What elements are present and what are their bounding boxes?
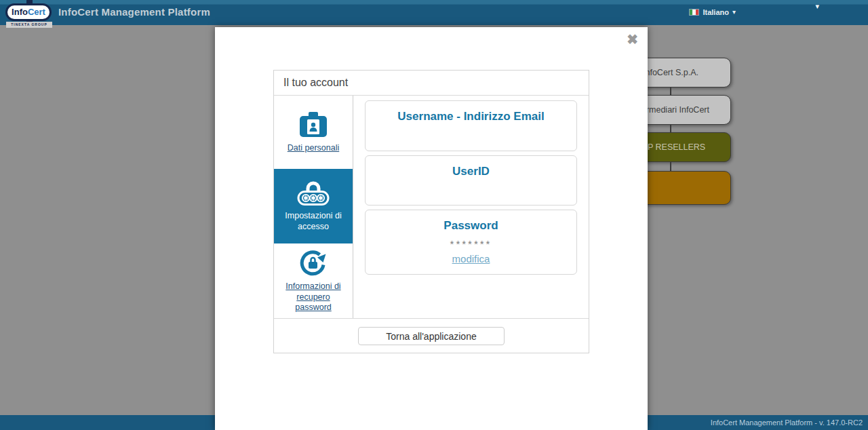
language-label: Italiano	[703, 8, 729, 16]
infocert-logo: InfoCert TINEXTA GROUP	[5, 0, 53, 28]
tab-label: Impostazioni di accesso	[281, 211, 346, 232]
user-menu-caret-icon[interactable]: ▾	[815, 2, 819, 11]
field-label: Username - Indirizzo Email	[366, 101, 576, 123]
account-sidebar: Dati personali	[274, 96, 353, 318]
modifica-link[interactable]: modifica	[452, 253, 490, 265]
tab-label: Dati personali	[288, 143, 339, 154]
account-fields: Username - Indirizzo Email UserID Passwo…	[353, 96, 589, 318]
org-connector	[670, 162, 671, 171]
top-header-bar: InfoCert TINEXTA GROUP InfoCert Manageme…	[0, 0, 868, 25]
field-username-email: Username - Indirizzo Email	[365, 100, 577, 151]
field-label: Password	[366, 210, 576, 233]
close-icon[interactable]: ✖	[627, 31, 638, 47]
page: InfoCert S.p.A. Intermediari InfoCert TO…	[0, 0, 868, 430]
tab-recupero-password[interactable]: Informazioni di recupero password	[274, 243, 353, 318]
italian-flag-icon	[689, 9, 699, 16]
org-connector	[670, 125, 671, 132]
app-title: InfoCert Management Platform	[58, 6, 210, 18]
account-modal: ✖ Il tuo account Dati personali	[215, 27, 648, 430]
chevron-down-icon: ▾	[732, 9, 736, 16]
org-connector	[670, 87, 671, 95]
language-selector[interactable]: Italiano ▾	[689, 7, 736, 18]
logo-text-info: Info	[12, 7, 28, 17]
tab-dati-personali[interactable]: Dati personali	[274, 96, 353, 169]
password-masked-value: *******	[366, 238, 576, 250]
version-text: InfoCert Management Platform - v. 147.0-…	[711, 418, 863, 427]
tab-label: Informazioni di recupero password	[281, 281, 346, 313]
panel-body: Dati personali	[274, 96, 589, 318]
password-recovery-icon	[300, 248, 327, 277]
account-panel: Il tuo account Dati personali	[273, 70, 589, 353]
logo-oval: InfoCert	[5, 3, 52, 21]
logo-text-cert: Cert	[28, 7, 45, 17]
field-userid: UserID	[365, 155, 577, 206]
field-password: Password ******* modifica	[365, 210, 577, 275]
field-label: UserID	[366, 156, 576, 178]
id-card-icon	[299, 111, 328, 138]
back-to-app-button[interactable]: Torna all'applicazione	[358, 327, 505, 345]
tab-impostazioni-accesso[interactable]: Impostazioni di accesso	[274, 169, 353, 243]
password-lock-icon	[297, 180, 330, 206]
panel-title: Il tuo account	[274, 71, 589, 96]
panel-footer: Torna all'applicazione	[274, 318, 589, 353]
logo-group-label: TINEXTA GROUP	[6, 22, 52, 28]
